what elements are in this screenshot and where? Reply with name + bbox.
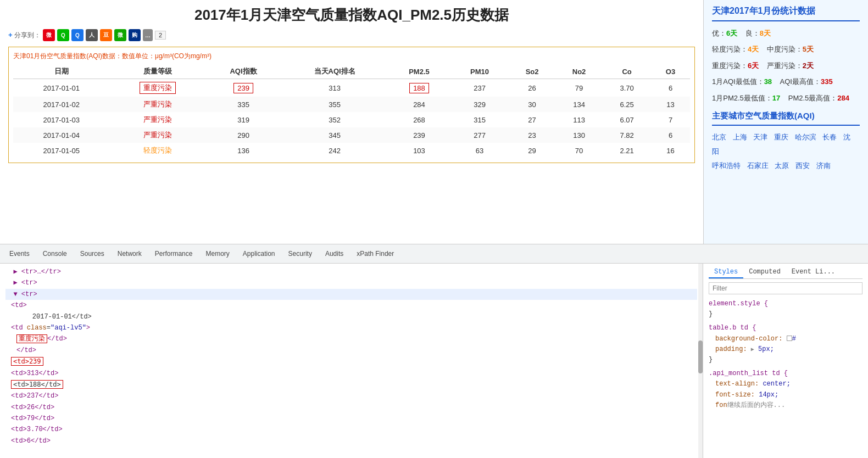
col-date: 日期 — [13, 64, 109, 79]
city-xian[interactable]: 西安 — [795, 161, 810, 170]
dom-line: ▶ <tr>…</tr> — [5, 266, 697, 277]
styles-tab-eventli[interactable]: Event Li... — [786, 266, 841, 278]
styles-tab-styles[interactable]: Styles — [709, 266, 743, 278]
cell-rank: 355 — [281, 97, 388, 112]
cell-level: 严重污染 — [109, 112, 205, 127]
data-table: 日期 质量等级 AQI指数 当天AQI排名 PM2.5 PM10 So2 No2… — [13, 64, 690, 158]
dom-line: <td> — [5, 300, 697, 311]
cell-co: 6.07 — [603, 112, 651, 127]
cell-rank: 313 — [281, 79, 388, 97]
cell-pm25: 103 — [388, 143, 450, 158]
filter-input[interactable] — [709, 282, 863, 294]
stat-line-3: 重度污染：6天 严重污染：2天 — [712, 59, 860, 72]
cell-no2: 113 — [555, 112, 603, 127]
col-aqi: AQI指数 — [205, 64, 281, 79]
cell-o3: 6 — [651, 79, 690, 97]
city-tianjin[interactable]: 天津 — [753, 133, 767, 141]
renren-icon[interactable]: 人 — [86, 29, 98, 41]
tab-audits[interactable]: Audits — [319, 244, 350, 264]
more-icon[interactable]: … — [143, 29, 153, 41]
dom-line: <td>237</td> — [5, 390, 697, 401]
col-level: 质量等级 — [109, 64, 205, 79]
tab-sources[interactable]: Sources — [74, 244, 111, 264]
tab-memory[interactable]: Memory — [199, 244, 236, 264]
tab-security[interactable]: Security — [282, 244, 319, 264]
city-shanghai[interactable]: 上海 — [733, 133, 747, 141]
city-links-row2: 呼和浩特 石家庄 太原 西安 济南 — [712, 159, 860, 173]
dom-line: <td>6</td> — [5, 435, 697, 446]
tab-console[interactable]: Console — [36, 244, 74, 264]
weibo-icon[interactable]: 微 — [43, 29, 55, 41]
page-title: 2017年1月天津空气质量指数AQI_PM2.5历史数据 — [8, 5, 695, 25]
dom-line: ▶ <tr> — [5, 277, 697, 288]
city-shijiazhuang[interactable]: 石家庄 — [747, 161, 769, 170]
city-huhehaote[interactable]: 呼和浩特 — [712, 161, 741, 170]
douban-icon[interactable]: 豆 — [100, 29, 112, 41]
dom-line: <td>26</td> — [5, 402, 697, 413]
city-links-row1: 北京 上海 天津 重庆 哈尔滨 长春 沈阳 — [712, 130, 860, 159]
dom-line: </td> — [5, 345, 697, 356]
cell-pm10: 237 — [450, 79, 509, 97]
qzone-icon[interactable]: Q — [71, 29, 84, 41]
tab-xpath-finder[interactable]: xPath Finder — [350, 244, 400, 264]
dom-line: <td class="aqi-lv5"> — [5, 322, 697, 333]
styles-tab-computed[interactable]: Computed — [743, 266, 786, 278]
city-taiyuan[interactable]: 太原 — [775, 161, 789, 170]
cell-pm10: 277 — [450, 127, 509, 143]
tab-network[interactable]: Network — [111, 244, 148, 264]
dom-line: <td>3.70</td> — [5, 424, 697, 435]
cell-rank: 345 — [281, 127, 388, 143]
col-co: Co — [603, 64, 651, 79]
share-label: + 分享到： — [8, 31, 41, 40]
cell-co: 3.70 — [603, 79, 651, 97]
dom-line-date: 2017-01-01</td> — [5, 311, 697, 322]
share-bar: + 分享到： 微 Q Q 人 豆 微 购 … 2 — [8, 29, 695, 41]
city-chongqing[interactable]: 重庆 — [774, 133, 788, 141]
css-rule-table-b: table.b td { background-color: # padding… — [709, 323, 863, 365]
cell-aqi: 290 — [205, 127, 281, 143]
taobao-icon[interactable]: 购 — [129, 29, 141, 41]
qq-icon[interactable]: Q — [57, 29, 69, 41]
cell-aqi: 239 — [205, 79, 281, 97]
dom-line: <td>313</td> — [5, 368, 697, 379]
tab-events[interactable]: Events — [3, 244, 36, 264]
cell-date: 2017-01-03 — [13, 112, 109, 127]
styles-tabs: Styles Computed Event Li... — [709, 266, 863, 279]
stat-line-1: 优：6天 良：8天 — [712, 27, 860, 40]
cell-o3: 16 — [651, 143, 690, 158]
city-haerbin[interactable]: 哈尔滨 — [795, 133, 816, 141]
table-container: 天津01月份空气质量指数(AQI)数据：数值单位：μg/m³(CO为mg/m³)… — [8, 47, 695, 163]
cell-level: 严重污染 — [109, 97, 205, 112]
cell-pm10: 329 — [450, 97, 509, 112]
cell-so2: 30 — [509, 97, 555, 112]
dom-line-level: 重度污染</td> — [5, 333, 697, 344]
dom-scrollbar[interactable] — [698, 264, 703, 458]
cell-pm25: 284 — [388, 97, 450, 112]
col-so2: So2 — [509, 64, 555, 79]
col-no2: No2 — [555, 64, 603, 79]
city-beijing[interactable]: 北京 — [712, 133, 726, 141]
cell-co: 7.82 — [603, 127, 651, 143]
table-row: 2017-01-04 严重污染 290 345 239 277 23 130 7… — [13, 127, 690, 143]
cell-pm25: 268 — [388, 112, 450, 127]
cell-no2: 134 — [555, 97, 603, 112]
cell-date: 2017-01-01 — [13, 79, 109, 97]
cell-so2: 23 — [509, 127, 555, 143]
table-note: 天津01月份空气质量指数(AQI)数据：数值单位：μg/m³(CO为mg/m³) — [13, 52, 690, 61]
cell-so2: 26 — [509, 79, 555, 97]
col-o3: O3 — [651, 64, 690, 79]
dom-line-selected[interactable]: ▼ <tr> — [5, 289, 697, 300]
css-rule-api-month-list: .api_month_list td { text-align: center;… — [709, 368, 863, 411]
cell-so2: 29 — [509, 143, 555, 158]
city-jinan[interactable]: 济南 — [816, 161, 831, 170]
col-rank: 当天AQI排名 — [281, 64, 388, 79]
css-rule-element: element.style { } — [709, 299, 863, 320]
cell-aqi: 136 — [205, 143, 281, 158]
tab-performance[interactable]: Performance — [148, 244, 199, 264]
wechat-icon[interactable]: 微 — [114, 29, 126, 41]
stats-title: 天津2017年1月份统计数据 — [712, 5, 860, 21]
cell-no2: 130 — [555, 127, 603, 143]
tab-application[interactable]: Application — [236, 244, 282, 264]
city-changchun[interactable]: 长春 — [822, 133, 837, 141]
cell-date: 2017-01-04 — [13, 127, 109, 143]
